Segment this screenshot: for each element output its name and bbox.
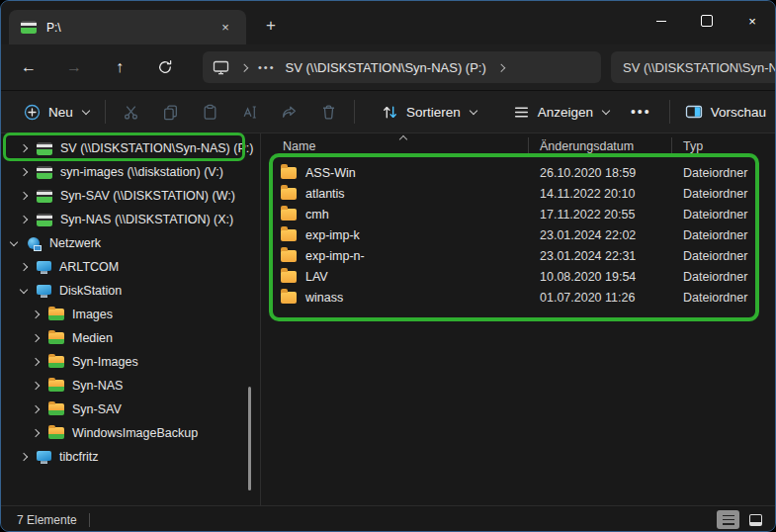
sidebar-item[interactable]: Medien [1, 326, 260, 350]
file-name: LAV [305, 270, 328, 284]
sidebar-item-label: Syn-SAV (\\DISKSTATION) (W:) [60, 189, 235, 203]
file-row[interactable]: winass 01.07.2020 11:26 Dateiordner [261, 287, 775, 308]
file-row[interactable]: atlantis 14.11.2022 20:10 Dateiordner [261, 183, 775, 204]
content-area: SV (\\DISKSTATION\Syn-NAS) (P:) syn-imag… [1, 133, 775, 505]
sort-icon [382, 104, 398, 121]
column-header-type[interactable]: Typ [673, 139, 775, 153]
search-input[interactable]: SV (\\DISKSTATION\Syn-N [611, 51, 775, 83]
address-bar[interactable]: ••• SV (\\DISKSTATION\Syn-NAS) (P:) [203, 51, 601, 83]
window-controls: × [639, 1, 775, 41]
new-button[interactable]: Neu [15, 95, 99, 129]
tree-chevron-icon[interactable] [19, 215, 29, 224]
sort-ascending-icon [399, 134, 407, 140]
share-icon [281, 104, 298, 121]
new-tab-button[interactable]: + [256, 11, 286, 41]
column-divider[interactable] [671, 137, 672, 155]
tree-chevron-icon[interactable] [31, 428, 41, 438]
sidebar-item[interactable]: Syn-NAS (\\DISKSTATION) (X:) [1, 208, 260, 231]
sidebar-item[interactable]: Syn-Images [1, 350, 260, 374]
sidebar-item[interactable]: tibcfritz [1, 445, 260, 469]
file-name: cmh [305, 208, 329, 222]
file-modified-date: 23.01.2024 22:31 [530, 249, 673, 263]
status-bar: 7 Elemente [1, 505, 775, 532]
preview-button-label: Vorschau [711, 105, 766, 120]
copy-button[interactable] [154, 95, 186, 129]
rename-button[interactable] [233, 95, 265, 129]
sidebar-item[interactable]: WindowsImageBackup [1, 421, 260, 445]
toolbar-divider [105, 100, 106, 124]
status-divider [89, 513, 90, 527]
sidebar-item-icon [37, 142, 52, 155]
sidebar-item-label: syn-images (\\diskstation) (V:) [60, 165, 223, 179]
tree-chevron-icon[interactable] [19, 262, 29, 272]
refresh-icon [157, 59, 173, 75]
column-header-name[interactable]: Name [261, 139, 530, 153]
file-row[interactable]: exp-imp-n- 23.01.2024 22:31 Dateiordner [261, 245, 775, 266]
sidebar-item[interactable]: Syn-NAS [1, 374, 260, 398]
paste-button[interactable] [194, 95, 225, 129]
cut-button[interactable] [116, 95, 147, 129]
tree-chevron-icon[interactable] [19, 167, 29, 177]
breadcrumb-ellipsis[interactable]: ••• [258, 61, 276, 73]
back-button[interactable]: ← [13, 51, 44, 83]
large-icons-view-button[interactable] [744, 510, 767, 529]
file-type: Dateiordner [673, 291, 775, 305]
tree-chevron-icon[interactable] [19, 191, 29, 201]
sidebar-item[interactable]: DiskStation [1, 279, 260, 303]
details-view-button[interactable] [717, 510, 739, 529]
sidebar-item-label: tibcfritz [59, 450, 99, 464]
refresh-button[interactable] [149, 51, 181, 83]
close-button[interactable]: × [730, 1, 775, 41]
minimize-button[interactable] [639, 1, 684, 41]
forward-button[interactable]: → [58, 51, 90, 83]
sidebar-item[interactable]: Netzwerk [1, 231, 260, 255]
file-row[interactable]: ASS-Win 26.10.2020 18:59 Dateiordner [261, 162, 775, 183]
sidebar-scrollbar[interactable] [248, 387, 251, 490]
tree-chevron-icon[interactable] [19, 286, 29, 296]
preview-button[interactable]: Vorschau [676, 95, 775, 129]
search-text: SV (\\DISKSTATION\Syn-N [623, 60, 775, 75]
sidebar-item-icon [48, 332, 64, 344]
sidebar-item[interactable]: Syn-SAV (\\DISKSTATION) (W:) [1, 184, 260, 208]
sidebar-item[interactable]: ARLTCOM [1, 255, 260, 279]
tree-chevron-icon[interactable] [19, 452, 29, 462]
tree-chevron-icon[interactable] [31, 310, 41, 319]
column-header-modified[interactable]: Änderungsdatum [530, 139, 673, 153]
breadcrumb-current-folder[interactable]: SV (\\DISKSTATION\Syn-NAS) (P:) [286, 60, 486, 75]
new-button-label: Neu [48, 105, 73, 120]
sidebar-item-icon [48, 427, 64, 439]
explorer-tab[interactable]: P:\ × [9, 10, 246, 44]
plus-circle-icon [24, 104, 41, 121]
file-modified-date: 23.01.2024 22:02 [530, 228, 673, 242]
tree-chevron-icon[interactable] [31, 357, 41, 367]
file-row[interactable]: exp-imp-k 23.01.2024 22:02 Dateiordner [261, 224, 775, 245]
tree-chevron-icon[interactable] [31, 404, 41, 414]
view-button[interactable]: Anzeigen [504, 95, 619, 129]
sidebar-item-icon [48, 380, 64, 392]
up-button[interactable]: ↑ [104, 51, 135, 83]
sidebar-item-icon [37, 166, 52, 179]
file-row[interactable]: cmh 17.11.2022 20:55 Dateiordner [261, 204, 775, 224]
navigation-pane: SV (\\DISKSTATION\Syn-NAS) (P:) syn-imag… [1, 133, 261, 505]
folder-icon [281, 167, 297, 179]
column-divider[interactable] [528, 137, 529, 155]
sidebar-item[interactable]: Syn-SAV [1, 398, 260, 421]
tab-close-icon[interactable]: × [215, 17, 236, 39]
tree-chevron-icon[interactable] [9, 238, 19, 248]
more-options-button[interactable]: ••• [619, 104, 663, 120]
tree-chevron-icon[interactable] [19, 143, 29, 153]
tree-chevron-icon[interactable] [31, 381, 41, 391]
chevron-down-icon [469, 108, 477, 117]
trash-icon [320, 104, 337, 121]
sidebar-item-label: Syn-NAS (\\DISKSTATION) (X:) [60, 213, 233, 226]
maximize-button[interactable] [684, 1, 730, 41]
sidebar-item[interactable]: syn-images (\\diskstation) (V:) [1, 160, 260, 184]
sidebar-item[interactable]: SV (\\DISKSTATION\Syn-NAS) (P:) [1, 136, 260, 160]
file-name: exp-imp-k [305, 228, 360, 242]
delete-button[interactable] [312, 95, 344, 129]
tree-chevron-icon[interactable] [31, 333, 41, 343]
sidebar-item[interactable]: Images [1, 303, 260, 326]
share-button[interactable] [273, 95, 304, 129]
file-row[interactable]: LAV 10.08.2020 19:54 Dateiordner [261, 266, 775, 287]
sort-button[interactable]: Sortieren [373, 95, 486, 129]
